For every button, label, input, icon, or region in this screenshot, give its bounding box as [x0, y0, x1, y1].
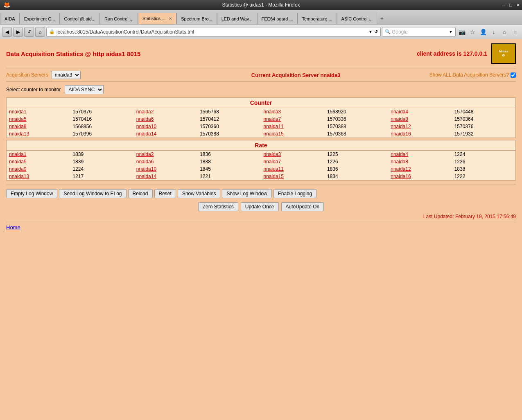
browser-title: Statistics @ aidas1 - Mozilla Firefox — [222, 2, 300, 8]
url-refresh-icon[interactable]: ↺ — [374, 29, 378, 34]
tab-statistics[interactable]: Statistics ... ✕ — [138, 13, 176, 24]
tab-temperature[interactable]: Temperature ... — [298, 13, 337, 24]
stats-cell-value: 1570376 — [70, 108, 133, 115]
browser-titlebar: 🦊 Statistics @ aidas1 - Mozilla Firefox … — [0, 0, 522, 10]
stats-cell-name[interactable]: nnaida6 — [134, 158, 197, 165]
stats-cell-name[interactable]: nnaida11 — [261, 123, 325, 130]
midas-logo: Midas⚙ — [491, 43, 516, 64]
stats-cell-name[interactable]: nnaida7 — [261, 115, 325, 123]
download-icon[interactable]: ↓ — [489, 27, 499, 37]
acq-servers-select[interactable]: nnaida3 — [52, 71, 81, 79]
tab-asic[interactable]: ASIC Control ... — [337, 13, 377, 24]
tab-aida[interactable]: AIDA — [0, 13, 20, 24]
stats-cell-name[interactable]: nnaida12 — [388, 165, 452, 173]
tab-led[interactable]: LED and Wav... — [217, 13, 257, 24]
show-all-row: Show ALL Data Acquisition Servers? — [429, 72, 516, 78]
send-log-button[interactable]: Send Log Window to ELog — [59, 189, 126, 198]
forward-button[interactable]: ▶ — [13, 27, 23, 37]
counter-select[interactable]: AIDA SYNC — [65, 85, 104, 94]
tab-control[interactable]: Control @ aid... — [60, 13, 100, 24]
stats-cell-value: 1565768 — [197, 108, 261, 115]
stats-cell-name[interactable]: nnaida4 — [388, 151, 452, 158]
tab-experiment[interactable]: Experiment C... — [20, 13, 60, 24]
stats-cell-name[interactable]: nnaida10 — [134, 165, 197, 173]
rate-section: Rate nnaida11839nnaida21836nnaida31225nn… — [6, 140, 516, 181]
url-bar[interactable]: 🔒 localhost:8015/DataAcquisitionControl/… — [46, 27, 381, 37]
stats-cell-name[interactable]: nnaida13 — [7, 173, 70, 180]
reset-button[interactable]: Reset — [154, 189, 176, 198]
stats-cell-value: 1570336 — [325, 115, 388, 123]
stats-cell-name[interactable]: nnaida12 — [388, 123, 452, 130]
browser-navbar: ◀ ▶ ↺ ⌂ 🔒 localhost:8015/DataAcquisition… — [0, 25, 522, 39]
browser-tabbar: AIDA Experiment C... Control @ aid... Ru… — [0, 10, 522, 25]
firefox-home-icon[interactable]: ⌂ — [499, 27, 509, 37]
stats-cell-name[interactable]: nnaida16 — [388, 130, 452, 138]
stats-cell-name[interactable]: nnaida2 — [134, 108, 197, 115]
stats-cell-name[interactable]: nnaida4 — [388, 108, 452, 115]
show-all-checkbox[interactable] — [511, 72, 516, 78]
stats-cell-name[interactable]: nnaida7 — [261, 158, 325, 165]
stats-cell-value: 1570388 — [197, 130, 261, 138]
tab-close-icon[interactable]: ✕ — [169, 16, 172, 21]
menu-icon[interactable]: ≡ — [510, 27, 520, 37]
new-tab-button[interactable]: + — [377, 13, 387, 24]
show-variables-button[interactable]: Show Variables — [178, 189, 221, 198]
stats-cell-name[interactable]: nnaida9 — [7, 123, 70, 130]
stats-cell-name[interactable]: nnaida11 — [261, 165, 325, 173]
last-updated: Last Updated: February 19, 2015 17:56:49 — [6, 214, 516, 219]
enable-logging-button[interactable]: Enable Logging — [273, 189, 316, 198]
stats-cell-name[interactable]: nnaida15 — [261, 173, 325, 180]
reload-button[interactable]: Reload — [128, 189, 153, 198]
empty-log-button[interactable]: Empty Log Window — [6, 189, 57, 198]
refresh-button[interactable]: ↺ — [24, 27, 34, 37]
minimize-btn[interactable]: ─ — [502, 2, 506, 8]
stats-cell-name[interactable]: nnaida1 — [7, 151, 70, 158]
stats-cell-name[interactable]: nnaida8 — [388, 115, 452, 123]
page-content: Data Acquisition Statistics @ http aidas… — [0, 39, 522, 420]
stats-cell-name[interactable]: nnaida14 — [134, 173, 197, 180]
stats-cell-name[interactable]: nnaida3 — [261, 151, 325, 158]
action-buttons-row: Empty Log Window Send Log Window to ELog… — [6, 189, 516, 198]
stats-cell-name[interactable]: nnaida15 — [261, 130, 325, 138]
auto-update-button[interactable]: AutoUpdate On — [281, 202, 324, 211]
stats-cell-name[interactable]: nnaida9 — [7, 165, 70, 173]
bookmark-icon[interactable]: ☆ — [468, 27, 477, 37]
zero-statistics-button[interactable]: Zero Statistics — [198, 202, 238, 211]
counter-select-label: Select counter to monitor — [6, 87, 61, 93]
search-dropdown-icon[interactable]: ▼ — [449, 29, 453, 34]
stats-cell-name[interactable]: nnaida14 — [134, 130, 197, 138]
stats-cell-name[interactable]: nnaida10 — [134, 123, 197, 130]
stats-cell-name[interactable]: nnaida1 — [7, 108, 70, 115]
stats-cell-name[interactable]: nnaida8 — [388, 158, 452, 165]
stats-cell-value: 1217 — [70, 173, 133, 180]
acq-server-row: Acquisition Servers nnaida3 Current Acqu… — [6, 71, 516, 79]
stats-cell-value: 1221 — [197, 173, 261, 180]
stats-cell-name[interactable]: nnaida3 — [261, 108, 325, 115]
stats-cell-name[interactable]: nnaida6 — [134, 115, 197, 123]
stats-cell-value: 1570360 — [197, 123, 261, 130]
tab-run-control[interactable]: Run Control ... — [100, 13, 138, 24]
maximize-btn[interactable]: □ — [509, 2, 512, 8]
nav-right-icons: 📷 ☆ 👤 ↓ ⌂ ≡ — [457, 27, 520, 37]
search-bar[interactable]: 🔍 Google ▼ — [382, 27, 456, 37]
update-once-button[interactable]: Update Once — [241, 202, 279, 211]
stats-cell-value: 1839 — [70, 158, 133, 165]
show-log-window-button[interactable]: Show Log Window — [222, 189, 271, 198]
camera-icon[interactable]: 📷 — [457, 27, 467, 37]
home-nav-button[interactable]: ⌂ — [35, 27, 45, 37]
stats-cell-name[interactable]: nnaida5 — [7, 158, 70, 165]
identity-icon[interactable]: 👤 — [478, 27, 488, 37]
window-controls[interactable]: ─ □ ✕ — [502, 2, 520, 8]
stats-cell-name[interactable]: nnaida5 — [7, 115, 70, 123]
header-right: client address is 127.0.0.1 Midas⚙ — [417, 43, 516, 64]
stats-cell-value: 1839 — [70, 151, 133, 158]
tab-spectrum[interactable]: Spectrum Bro... — [176, 13, 217, 24]
close-btn[interactable]: ✕ — [516, 2, 520, 8]
tab-fee64[interactable]: FEE64 board ... — [257, 13, 298, 24]
stats-cell-name[interactable]: nnaida13 — [7, 130, 70, 138]
url-dropdown-icon[interactable]: ▼ — [368, 29, 373, 34]
back-button[interactable]: ◀ — [2, 27, 12, 37]
stats-cell-name[interactable]: nnaida2 — [134, 151, 197, 158]
home-link[interactable]: Home — [6, 224, 20, 230]
stats-cell-name[interactable]: nnaida16 — [388, 173, 452, 180]
